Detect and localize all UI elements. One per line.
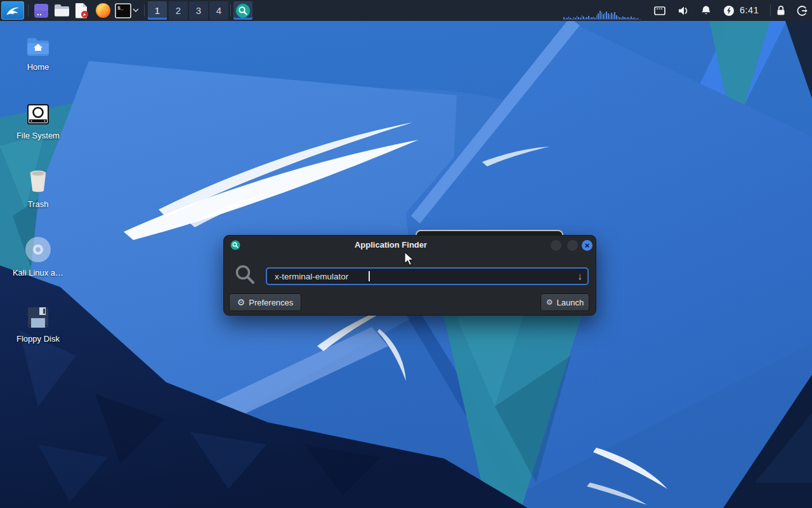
command-input-wrap: ↓ xyxy=(266,267,589,285)
volume-icon xyxy=(677,4,690,17)
terminal-icon: $_ xyxy=(115,3,131,18)
taskbar-application-finder[interactable] xyxy=(233,1,252,20)
desktop-icon-label: File System xyxy=(16,131,60,140)
system-load-graph[interactable] xyxy=(563,11,641,20)
taskbar-firefox[interactable] xyxy=(93,1,112,20)
command-input[interactable] xyxy=(267,269,587,284)
window-title: Application Finder xyxy=(224,240,558,250)
maximize-button[interactable] xyxy=(567,240,578,251)
terminal-dropdown-chevron[interactable] xyxy=(132,8,140,13)
taskbar-terminal[interactable]: $_ xyxy=(114,1,132,20)
workspace-1-label: 1 xyxy=(155,5,160,16)
workspace-1[interactable]: 1 xyxy=(148,1,167,20)
desktop-icon-file-system[interactable]: File System xyxy=(8,103,69,140)
display-settings-tray[interactable] xyxy=(653,4,666,17)
workspace-3-label: 3 xyxy=(196,5,201,16)
close-icon: × xyxy=(585,241,590,250)
lock-icon xyxy=(775,4,787,17)
power-manager-tray[interactable] xyxy=(723,4,735,17)
launch-gear-icon: ⚙ xyxy=(546,298,553,306)
desktop-icon-floppy-disk[interactable]: Floppy Disk xyxy=(8,306,69,344)
minimize-button[interactable] xyxy=(551,240,561,251)
display-icon xyxy=(653,4,666,17)
desktop-icon-label: Home xyxy=(27,62,49,72)
desktop-icon-label: Floppy Disk xyxy=(16,334,60,344)
workspace-3[interactable]: 3 xyxy=(189,1,208,20)
desktop-icon-home[interactable]: Home xyxy=(8,37,69,72)
desktop-icon-label: Trash xyxy=(28,199,49,209)
chevron-down-icon xyxy=(132,8,140,13)
preferences-button[interactable]: ⚙ Preferences xyxy=(229,293,301,311)
search-icon xyxy=(234,264,257,286)
launch-button-label: Launch xyxy=(557,298,584,307)
file-manager-icon xyxy=(54,4,70,17)
logout-icon xyxy=(796,4,809,17)
bell-icon xyxy=(700,4,712,17)
trash-icon xyxy=(27,169,49,194)
panel-separator xyxy=(770,4,771,17)
notifications-tray[interactable] xyxy=(700,4,712,17)
mouse-cursor xyxy=(403,251,416,268)
kali-menu-button[interactable] xyxy=(1,1,24,20)
workspace-2-label: 2 xyxy=(176,5,181,16)
kali-logo-icon xyxy=(4,4,21,18)
panel-separator xyxy=(144,4,145,17)
taskbar-window-app[interactable] xyxy=(32,1,51,20)
top-panel: $_ 1 2 3 4 xyxy=(0,0,812,21)
power-manager-icon xyxy=(723,4,735,17)
home-folder-icon xyxy=(26,37,50,57)
taskbar-file-manager[interactable] xyxy=(52,1,71,20)
text-editor-icon xyxy=(75,3,89,18)
text-caret xyxy=(369,271,370,281)
firefox-icon xyxy=(95,3,111,18)
window-app-icon xyxy=(34,3,49,18)
cd-disc-icon xyxy=(25,236,51,263)
desktop-icon-kali-cd[interactable]: Kali Linux a… xyxy=(8,236,69,277)
clock[interactable]: 6:41 xyxy=(740,5,759,15)
close-button[interactable]: × xyxy=(582,240,593,251)
workspace-4[interactable]: 4 xyxy=(209,1,228,20)
lock-screen-button[interactable] xyxy=(775,4,787,17)
desktop-icon-label: Kali Linux a… xyxy=(13,268,63,277)
workspace-4-label: 4 xyxy=(216,5,221,16)
file-system-drive-icon xyxy=(27,103,49,126)
desktop-icon-trash[interactable]: Trash xyxy=(8,169,69,209)
app-finder-icon xyxy=(235,3,251,18)
preferences-button-label: Preferences xyxy=(249,298,293,307)
volume-tray[interactable] xyxy=(677,4,690,17)
panel-separator xyxy=(28,4,29,17)
terminal-prompt-glyph: $_ xyxy=(117,5,124,11)
application-finder-window: Application Finder × ↓ ⚙ Preferences ⚙ L… xyxy=(223,235,596,316)
taskbar-text-editor[interactable] xyxy=(72,1,91,20)
gear-icon: ⚙ xyxy=(237,298,246,307)
launch-button[interactable]: ⚙ Launch xyxy=(540,293,589,311)
floppy-disk-icon xyxy=(27,306,49,329)
history-dropdown-arrow[interactable]: ↓ xyxy=(578,271,583,281)
logout-button[interactable] xyxy=(796,4,809,17)
workspace-2[interactable]: 2 xyxy=(169,1,188,20)
panel-separator xyxy=(230,4,231,17)
